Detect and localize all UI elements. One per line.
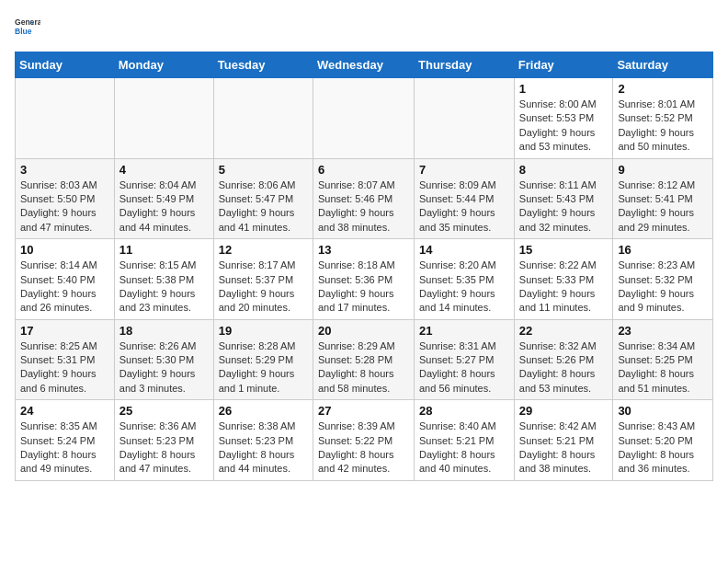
svg-text:General: General bbox=[15, 17, 40, 27]
day-number: 6 bbox=[318, 163, 409, 177]
day-info: Sunrise: 8:04 AM Sunset: 5:49 PM Dayligh… bbox=[119, 178, 209, 236]
calendar-cell: 28Sunrise: 8:40 AM Sunset: 5:21 PM Dayli… bbox=[415, 400, 515, 481]
day-number: 10 bbox=[20, 243, 109, 257]
day-number: 23 bbox=[618, 324, 708, 338]
calendar-cell bbox=[114, 78, 213, 159]
day-info: Sunrise: 8:11 AM Sunset: 5:43 PM Dayligh… bbox=[519, 178, 609, 236]
calendar-cell: 6Sunrise: 8:07 AM Sunset: 5:46 PM Daylig… bbox=[313, 158, 414, 239]
calendar-cell: 18Sunrise: 8:26 AM Sunset: 5:30 PM Dayli… bbox=[114, 319, 213, 400]
calendar-cell: 10Sunrise: 8:14 AM Sunset: 5:40 PM Dayli… bbox=[16, 239, 115, 320]
day-info: Sunrise: 8:15 AM Sunset: 5:38 PM Dayligh… bbox=[119, 259, 209, 316]
calendar-cell: 4Sunrise: 8:04 AM Sunset: 5:49 PM Daylig… bbox=[114, 158, 213, 239]
day-number: 16 bbox=[618, 243, 708, 257]
day-info: Sunrise: 8:42 AM Sunset: 5:21 PM Dayligh… bbox=[519, 419, 609, 477]
calendar-table: SundayMondayTuesdayWednesdayThursdayFrid… bbox=[15, 52, 713, 481]
weekday-header-thursday: Thursday bbox=[415, 52, 515, 78]
calendar-cell: 7Sunrise: 8:09 AM Sunset: 5:44 PM Daylig… bbox=[415, 158, 515, 239]
day-number: 12 bbox=[219, 243, 308, 257]
calendar-cell: 21Sunrise: 8:31 AM Sunset: 5:27 PM Dayli… bbox=[415, 319, 515, 400]
logo-icon: GeneralBlue bbox=[15, 15, 40, 40]
calendar-cell: 12Sunrise: 8:17 AM Sunset: 5:37 PM Dayli… bbox=[213, 239, 313, 320]
svg-text:Blue: Blue bbox=[15, 27, 32, 36]
day-info: Sunrise: 8:35 AM Sunset: 5:24 PM Dayligh… bbox=[20, 419, 109, 477]
day-number: 28 bbox=[419, 404, 509, 418]
day-info: Sunrise: 8:18 AM Sunset: 5:36 PM Dayligh… bbox=[318, 259, 409, 316]
calendar-cell: 13Sunrise: 8:18 AM Sunset: 5:36 PM Dayli… bbox=[313, 239, 414, 320]
calendar-cell: 19Sunrise: 8:28 AM Sunset: 5:29 PM Dayli… bbox=[213, 319, 313, 400]
day-info: Sunrise: 8:36 AM Sunset: 5:23 PM Dayligh… bbox=[119, 419, 209, 477]
calendar-cell: 17Sunrise: 8:25 AM Sunset: 5:31 PM Dayli… bbox=[16, 319, 115, 400]
day-number: 19 bbox=[219, 324, 308, 338]
weekday-header-row: SundayMondayTuesdayWednesdayThursdayFrid… bbox=[16, 52, 713, 78]
weekday-header-sunday: Sunday bbox=[16, 52, 115, 78]
calendar-cell bbox=[16, 78, 115, 159]
day-number: 26 bbox=[219, 404, 308, 418]
day-number: 20 bbox=[318, 324, 409, 338]
weekday-header-friday: Friday bbox=[514, 52, 613, 78]
day-number: 24 bbox=[20, 404, 109, 418]
day-number: 5 bbox=[219, 163, 308, 177]
weekday-header-monday: Monday bbox=[114, 52, 213, 78]
calendar-cell: 30Sunrise: 8:43 AM Sunset: 5:20 PM Dayli… bbox=[613, 400, 713, 481]
calendar-cell bbox=[415, 78, 515, 159]
calendar-week-row: 17Sunrise: 8:25 AM Sunset: 5:31 PM Dayli… bbox=[16, 319, 713, 400]
calendar-cell: 1Sunrise: 8:00 AM Sunset: 5:53 PM Daylig… bbox=[514, 78, 613, 159]
day-info: Sunrise: 8:07 AM Sunset: 5:46 PM Dayligh… bbox=[318, 178, 409, 236]
day-info: Sunrise: 8:40 AM Sunset: 5:21 PM Dayligh… bbox=[419, 419, 509, 477]
day-info: Sunrise: 8:31 AM Sunset: 5:27 PM Dayligh… bbox=[419, 339, 509, 396]
day-number: 27 bbox=[318, 404, 409, 418]
calendar-cell: 16Sunrise: 8:23 AM Sunset: 5:32 PM Dayli… bbox=[613, 239, 713, 320]
calendar-cell: 8Sunrise: 8:11 AM Sunset: 5:43 PM Daylig… bbox=[514, 158, 613, 239]
day-number: 29 bbox=[519, 404, 609, 418]
calendar-cell: 26Sunrise: 8:38 AM Sunset: 5:23 PM Dayli… bbox=[213, 400, 313, 481]
day-number: 18 bbox=[119, 324, 209, 338]
day-number: 13 bbox=[318, 243, 409, 257]
day-number: 30 bbox=[618, 404, 708, 418]
day-info: Sunrise: 8:39 AM Sunset: 5:22 PM Dayligh… bbox=[318, 419, 409, 477]
day-info: Sunrise: 8:43 AM Sunset: 5:20 PM Dayligh… bbox=[618, 419, 708, 477]
day-number: 1 bbox=[519, 82, 609, 96]
header: GeneralBlue bbox=[15, 15, 713, 40]
calendar-cell: 22Sunrise: 8:32 AM Sunset: 5:26 PM Dayli… bbox=[514, 319, 613, 400]
calendar-cell bbox=[313, 78, 414, 159]
day-info: Sunrise: 8:25 AM Sunset: 5:31 PM Dayligh… bbox=[20, 339, 109, 396]
day-number: 14 bbox=[419, 243, 509, 257]
calendar-cell: 27Sunrise: 8:39 AM Sunset: 5:22 PM Dayli… bbox=[313, 400, 414, 481]
calendar-cell: 5Sunrise: 8:06 AM Sunset: 5:47 PM Daylig… bbox=[213, 158, 313, 239]
day-info: Sunrise: 8:23 AM Sunset: 5:32 PM Dayligh… bbox=[618, 259, 708, 316]
day-number: 17 bbox=[20, 324, 109, 338]
calendar-cell: 3Sunrise: 8:03 AM Sunset: 5:50 PM Daylig… bbox=[16, 158, 115, 239]
day-number: 8 bbox=[519, 163, 609, 177]
calendar-cell: 11Sunrise: 8:15 AM Sunset: 5:38 PM Dayli… bbox=[114, 239, 213, 320]
logo: GeneralBlue bbox=[15, 15, 40, 40]
day-number: 25 bbox=[119, 404, 209, 418]
day-info: Sunrise: 8:29 AM Sunset: 5:28 PM Dayligh… bbox=[318, 339, 409, 396]
calendar-cell: 23Sunrise: 8:34 AM Sunset: 5:25 PM Dayli… bbox=[613, 319, 713, 400]
weekday-header-wednesday: Wednesday bbox=[313, 52, 414, 78]
day-info: Sunrise: 8:34 AM Sunset: 5:25 PM Dayligh… bbox=[618, 339, 708, 396]
calendar-cell: 20Sunrise: 8:29 AM Sunset: 5:28 PM Dayli… bbox=[313, 319, 414, 400]
weekday-header-tuesday: Tuesday bbox=[213, 52, 313, 78]
day-number: 11 bbox=[119, 243, 209, 257]
day-info: Sunrise: 8:17 AM Sunset: 5:37 PM Dayligh… bbox=[219, 259, 308, 316]
day-number: 3 bbox=[20, 163, 109, 177]
day-info: Sunrise: 8:32 AM Sunset: 5:26 PM Dayligh… bbox=[519, 339, 609, 396]
calendar-cell: 25Sunrise: 8:36 AM Sunset: 5:23 PM Dayli… bbox=[114, 400, 213, 481]
calendar-cell: 24Sunrise: 8:35 AM Sunset: 5:24 PM Dayli… bbox=[16, 400, 115, 481]
day-number: 15 bbox=[519, 243, 609, 257]
day-info: Sunrise: 8:26 AM Sunset: 5:30 PM Dayligh… bbox=[119, 339, 209, 396]
day-info: Sunrise: 8:20 AM Sunset: 5:35 PM Dayligh… bbox=[419, 259, 509, 316]
calendar-week-row: 24Sunrise: 8:35 AM Sunset: 5:24 PM Dayli… bbox=[16, 400, 713, 481]
day-info: Sunrise: 8:00 AM Sunset: 5:53 PM Dayligh… bbox=[519, 98, 609, 155]
calendar-cell: 9Sunrise: 8:12 AM Sunset: 5:41 PM Daylig… bbox=[613, 158, 713, 239]
day-info: Sunrise: 8:01 AM Sunset: 5:52 PM Dayligh… bbox=[618, 98, 708, 155]
day-number: 2 bbox=[618, 82, 708, 96]
day-info: Sunrise: 8:12 AM Sunset: 5:41 PM Dayligh… bbox=[618, 178, 708, 236]
calendar-cell: 2Sunrise: 8:01 AM Sunset: 5:52 PM Daylig… bbox=[613, 78, 713, 159]
day-number: 7 bbox=[419, 163, 509, 177]
day-info: Sunrise: 8:14 AM Sunset: 5:40 PM Dayligh… bbox=[20, 259, 109, 316]
weekday-header-saturday: Saturday bbox=[613, 52, 713, 78]
day-info: Sunrise: 8:38 AM Sunset: 5:23 PM Dayligh… bbox=[219, 419, 308, 477]
calendar-week-row: 10Sunrise: 8:14 AM Sunset: 5:40 PM Dayli… bbox=[16, 239, 713, 320]
day-info: Sunrise: 8:03 AM Sunset: 5:50 PM Dayligh… bbox=[20, 178, 109, 236]
